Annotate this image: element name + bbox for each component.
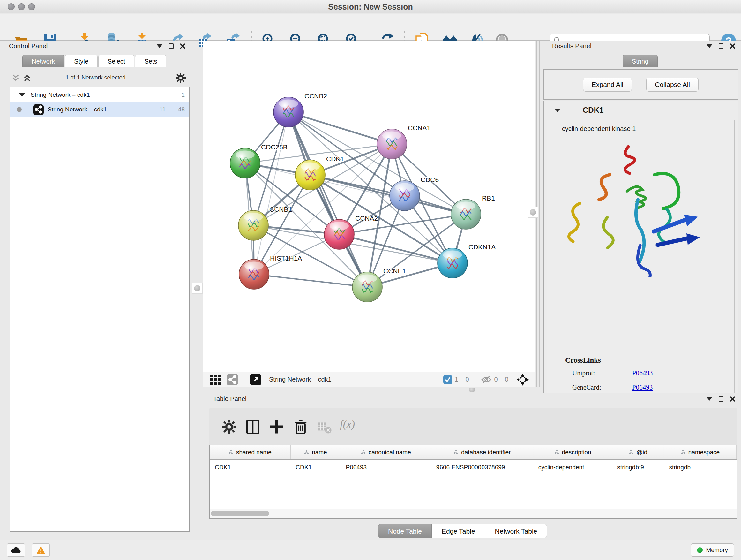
node-count: 11 (159, 106, 165, 113)
network-edge-CCNB2-HIST1H1A[interactable] (254, 112, 288, 274)
splitter-handle-right[interactable] (528, 207, 538, 218)
edge-count: 48 (178, 106, 185, 113)
selected-checkbox-icon[interactable] (443, 375, 452, 384)
network-row[interactable]: String Network – cdk1 11 48 (10, 102, 189, 117)
column-header-canonical-name[interactable]: canonical name (341, 445, 431, 459)
warnings-button[interactable] (32, 543, 50, 557)
network-badge-icon[interactable] (226, 374, 238, 385)
panel-float-icon[interactable] (169, 44, 174, 49)
panel-menu-icon[interactable] (706, 44, 712, 48)
open-in-new-window-icon[interactable] (250, 374, 261, 385)
panel-menu-icon[interactable] (706, 397, 712, 401)
network-selection-status: 1 of 1 Network selected (0, 74, 191, 81)
memory-button[interactable]: Memory (691, 543, 734, 557)
node-label-CCNA1: CCNA1 (408, 124, 430, 132)
control-panel: Control Panel NetworkStyleSelectSets 1 o… (0, 41, 192, 540)
table-settings-gear-icon[interactable] (221, 419, 237, 435)
panel-float-icon[interactable] (719, 44, 724, 49)
memory-label: Memory (706, 547, 728, 554)
collapse-all-button[interactable]: Collapse All (646, 78, 698, 91)
function-builder-icon[interactable]: f(x) (340, 418, 355, 430)
node-label-CDC6: CDC6 (421, 176, 439, 183)
tab-string[interactable]: String (623, 55, 658, 67)
network-collection-row[interactable]: String Network – cdk1 1 (10, 87, 189, 102)
gene-header-row[interactable]: CDK1 (544, 101, 738, 119)
table-cell[interactable]: CDK1 (290, 459, 340, 475)
network-edge-CDK1-RB1[interactable] (310, 175, 466, 214)
network-status-dot (17, 107, 22, 112)
tab-select[interactable]: Select (98, 55, 135, 67)
expand-all-button[interactable]: Expand All (583, 78, 632, 91)
scrollbar-thumb[interactable] (211, 511, 269, 516)
selected-node-edge-counts: 1 – 0 (455, 376, 469, 383)
tab-style[interactable]: Style (65, 55, 97, 67)
node-label-CCNE1: CCNE1 (383, 267, 406, 274)
birds-eye-view-icon[interactable] (517, 374, 529, 386)
table-horizontal-scrollbar[interactable] (210, 509, 737, 518)
window-close-button[interactable] (8, 3, 15, 10)
node-label-CCNB2: CCNB2 (305, 92, 327, 100)
column-header-description[interactable]: description (533, 445, 612, 459)
crosslink-genecard[interactable]: P06493 (632, 383, 734, 391)
node-label-CCNB1: CCNB1 (269, 206, 292, 213)
tab-network-table[interactable]: Network Table (485, 523, 547, 538)
bar-divider (244, 372, 244, 387)
table-cell[interactable]: CDK1 (210, 459, 290, 475)
table-cell[interactable]: stringdb (664, 459, 736, 475)
panel-float-icon[interactable] (719, 396, 724, 401)
delete-column-icon[interactable] (293, 419, 309, 435)
panel-close-icon[interactable] (730, 396, 735, 401)
gene-detail-card: cyclin-dependent kinase 1 (547, 120, 735, 408)
tab-edge-table[interactable]: Edge Table (432, 523, 485, 538)
titlebar: Session: New Session (0, 0, 741, 13)
tab-sets[interactable]: Sets (135, 55, 166, 67)
network-edge-CCNB2-CCNA1[interactable] (288, 112, 392, 144)
node-label-HIST1H1A: HIST1H1A (270, 254, 302, 262)
splitter-handle-bottom[interactable] (469, 388, 475, 392)
panel-menu-icon[interactable] (157, 44, 162, 48)
column-header--id[interactable]: @id (612, 445, 664, 459)
column-header-namespace[interactable]: namespace (664, 445, 736, 459)
crosslink-uniprot[interactable]: P06493 (632, 369, 734, 377)
table-cell[interactable]: P06493 (341, 459, 431, 475)
table-cell[interactable]: 9606.ENSP00000378699 (431, 459, 533, 475)
table-cell[interactable]: stringdb:9... (612, 459, 664, 475)
crosslinks-title: CrossLinks (565, 356, 734, 365)
panel-close-icon[interactable] (730, 44, 735, 49)
column-header-shared-name[interactable]: shared name (210, 445, 290, 459)
show-columns-icon[interactable] (245, 419, 261, 435)
cloud-tasks-button[interactable] (7, 543, 25, 557)
crosslink-label: Uniprot: (572, 369, 632, 377)
gene-expander-icon[interactable] (555, 109, 560, 112)
window-minimize-button[interactable] (18, 3, 25, 10)
table-tabs: Node TableEdge TableNetwork Table (378, 523, 547, 538)
node-label-CDC25B: CDC25B (261, 143, 287, 151)
delete-table-icon[interactable] (316, 419, 332, 435)
panel-close-icon[interactable] (180, 44, 185, 49)
network-view-panel: CCNB2CCNA1CDC25BCDK1CDC6RB1CCNB1CCNA2CDK… (203, 41, 536, 387)
create-column-icon[interactable] (268, 419, 284, 435)
column-header-database-identifier[interactable]: database identifier (431, 445, 533, 459)
window-zoom-button[interactable] (28, 3, 35, 10)
tab-network[interactable]: Network (22, 55, 64, 67)
show-grid-icon[interactable] (210, 374, 221, 385)
network-edge-HIST1H1A-CCNE1[interactable] (254, 274, 367, 287)
hidden-node-edge-counts: 0 – 0 (494, 376, 509, 383)
network-options-gear-icon[interactable] (175, 72, 186, 83)
network-collection-label: String Network – cdk1 (30, 91, 90, 98)
node-table[interactable]: shared namenamecanonical namedatabase id… (210, 445, 737, 475)
column-header-name[interactable]: name (290, 445, 340, 459)
table-panel-title: Table Panel (213, 395, 247, 402)
tree-expander-icon[interactable] (19, 93, 25, 97)
table-cell[interactable]: cyclin-dependent ... (533, 459, 612, 475)
gene-name: CDK1 (583, 106, 603, 115)
network-canvas[interactable]: CCNB2CCNA1CDC25BCDK1CDC6RB1CCNB1CCNA2CDK… (203, 41, 535, 372)
splitter-handle-left[interactable] (192, 283, 203, 294)
table-row[interactable]: CDK1CDK1P064939606.ENSP00000378699cyclin… (210, 459, 737, 475)
table-toolbar: f(x) (209, 408, 737, 445)
gene-description: cyclin-dependent kinase 1 (562, 125, 734, 132)
status-bar: Memory (0, 540, 741, 560)
tab-node-table[interactable]: Node Table (378, 523, 432, 538)
network-label: String Network – cdk1 (48, 106, 107, 113)
network-view-title: String Network – cdk1 (269, 376, 332, 383)
